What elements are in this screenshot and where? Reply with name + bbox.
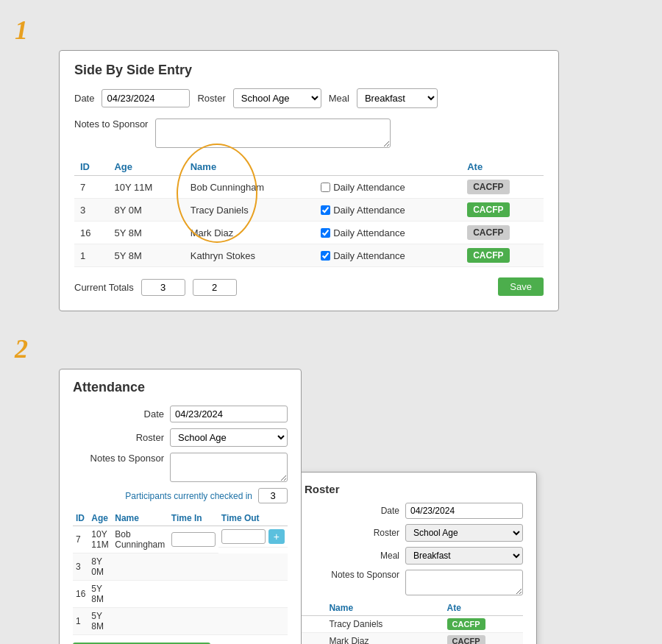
- mc-meal-select[interactable]: Breakfast AM Snack Lunch: [405, 547, 523, 565]
- cell-ate: CACFP: [461, 244, 544, 267]
- cell-timein[interactable]: [168, 526, 218, 553]
- participants-row: Participants currently checked in: [73, 488, 288, 503]
- cell-id: 7: [73, 526, 88, 553]
- form-row-date-roster: Date Roster School Age Infant Toddler Me…: [74, 88, 544, 108]
- attendance-panel: Attendance Date Roster School Age Infant…: [59, 369, 302, 644]
- col-attendance: [315, 158, 461, 176]
- cell-id: 16: [74, 222, 108, 244]
- att-col-age: Age: [88, 511, 112, 526]
- att-notes-textarea[interactable]: [170, 453, 288, 482]
- mc-roster-select[interactable]: School Age Infant: [405, 524, 523, 542]
- date-input[interactable]: [102, 89, 190, 107]
- cell-age: 5Y 8M: [108, 244, 184, 267]
- notes-textarea[interactable]: [155, 118, 391, 148]
- cacfp-button[interactable]: CACFP: [447, 618, 485, 630]
- cell-id: 16: [73, 581, 88, 608]
- att-roster-row: Roster School Age Infant: [73, 428, 288, 447]
- add-time-button[interactable]: +: [268, 529, 285, 544]
- step2-number: 2: [15, 333, 647, 364]
- cell-attendance[interactable]: Daily Attendance: [315, 176, 461, 199]
- cell-age: 5Y 8M: [88, 581, 112, 608]
- table-row: 7 10Y 11M Bob Cunningham +: [73, 526, 288, 553]
- cell-name: Bob Cunningham: [185, 176, 315, 199]
- att-notes-row: Notes to Sponsor: [73, 453, 288, 482]
- mc-roster-label: Roster: [341, 528, 399, 538]
- cacfp-button[interactable]: CACFP: [447, 635, 485, 644]
- table-row: 1 5Y 8M: [73, 608, 288, 635]
- attendance-checkbox[interactable]: [321, 251, 330, 261]
- cell-timeout: [218, 553, 288, 581]
- mc-date-input[interactable]: [405, 503, 523, 519]
- att-col-timeout: Time Out: [218, 511, 288, 526]
- cacfp-button[interactable]: CACFP: [467, 225, 509, 240]
- cell-attendance[interactable]: Daily Attendance: [315, 222, 461, 244]
- table-row: 3 8Y 0M: [73, 553, 288, 581]
- panel1-title: Side By Side Entry: [74, 63, 544, 78]
- meal-label: Meal: [329, 93, 349, 104]
- cell-ate: CACFP: [461, 176, 544, 199]
- cell-name: Bob Cunningham: [112, 526, 168, 553]
- table-row: 7 10Y 11M Bob Cunningham Daily Attendanc…: [74, 176, 544, 199]
- cell-age: 10Y 11M: [108, 176, 184, 199]
- mc-notes-textarea[interactable]: [405, 570, 523, 595]
- mc-meal-label: Meal: [341, 551, 399, 561]
- att-col-timein: Time In: [168, 511, 218, 526]
- cell-attendance[interactable]: Daily Attendance: [315, 199, 461, 222]
- notes-label: Notes to Sponsor: [74, 118, 148, 130]
- cacfp-button[interactable]: CACFP: [467, 248, 509, 263]
- cacfp-button[interactable]: CACFP: [467, 180, 509, 194]
- attendance-title: Attendance: [73, 380, 288, 395]
- cell-age: 8Y 0M: [108, 199, 184, 222]
- col-id: ID: [74, 158, 108, 176]
- att-roster-select[interactable]: School Age Infant: [170, 428, 288, 447]
- cell-timeout: [218, 608, 288, 635]
- cell-name: [112, 608, 168, 635]
- cell-attendance[interactable]: Daily Attendance: [315, 244, 461, 267]
- roster-label: Roster: [197, 93, 225, 104]
- cell-id: 3: [74, 199, 108, 222]
- save-button[interactable]: Save: [498, 277, 544, 296]
- cell-timeout: +: [218, 526, 288, 548]
- mc-date-label: Date: [341, 506, 399, 516]
- participants-count-input[interactable]: [258, 488, 288, 503]
- cacfp-button[interactable]: CACFP: [467, 202, 509, 217]
- notes-row: Notes to Sponsor: [74, 118, 544, 148]
- table-row: 1 5Y 8M Kathryn Stokes Daily Attendance …: [74, 244, 544, 267]
- att-col-id: ID: [73, 511, 88, 526]
- cell-ate: CACFP: [461, 222, 544, 244]
- attendance-checkbox[interactable]: [321, 183, 330, 192]
- roster-select[interactable]: School Age Infant Toddler: [233, 88, 321, 108]
- att-date-input[interactable]: [170, 406, 288, 422]
- table-row: 3 8Y 0M Tracy Daniels Daily Attendance C…: [74, 199, 544, 222]
- cell-name: Kathryn Stokes: [185, 244, 315, 267]
- time-out-input[interactable]: [221, 529, 266, 544]
- attendance-checkbox[interactable]: [321, 205, 330, 215]
- cell-name: Mark Diaz: [185, 222, 315, 244]
- att-roster-label: Roster: [76, 432, 164, 443]
- att-notes-label: Notes to Sponsor: [76, 453, 164, 464]
- table-row: 16 5Y 8M Mark Diaz Daily Attendance CACF…: [74, 222, 544, 244]
- time-in-input[interactable]: [171, 532, 216, 547]
- cell-age: 5Y 8M: [108, 222, 184, 244]
- total1-input[interactable]: [141, 279, 185, 296]
- totals-row: Current Totals: [74, 279, 237, 296]
- cell-ate: CACFP: [444, 633, 523, 645]
- participants-label: Participants currently checked in: [125, 491, 252, 501]
- date-label: Date: [74, 93, 94, 104]
- cell-name: [112, 581, 168, 608]
- attendance-checkbox[interactable]: [321, 228, 330, 238]
- cell-ate: CACFP: [444, 616, 523, 633]
- mc-col-name: Name: [326, 601, 444, 616]
- att-date-label: Date: [76, 408, 164, 420]
- cell-age: 10Y 11M: [88, 526, 112, 553]
- step1-number: 1: [15, 15, 647, 46]
- cell-name: [112, 553, 168, 581]
- total2-input[interactable]: [193, 279, 237, 296]
- meal-select[interactable]: Breakfast AM Snack Lunch PM Snack Dinner: [357, 88, 438, 108]
- cell-name: Tracy Daniels: [185, 199, 315, 222]
- cell-timeout: [218, 581, 288, 608]
- cell-id: 1: [74, 244, 108, 267]
- cell-name: Tracy Daniels: [326, 616, 444, 633]
- cell-age: 8Y 0M: [88, 553, 112, 581]
- panel-side-by-side: Side By Side Entry Date Roster School Ag…: [59, 50, 559, 311]
